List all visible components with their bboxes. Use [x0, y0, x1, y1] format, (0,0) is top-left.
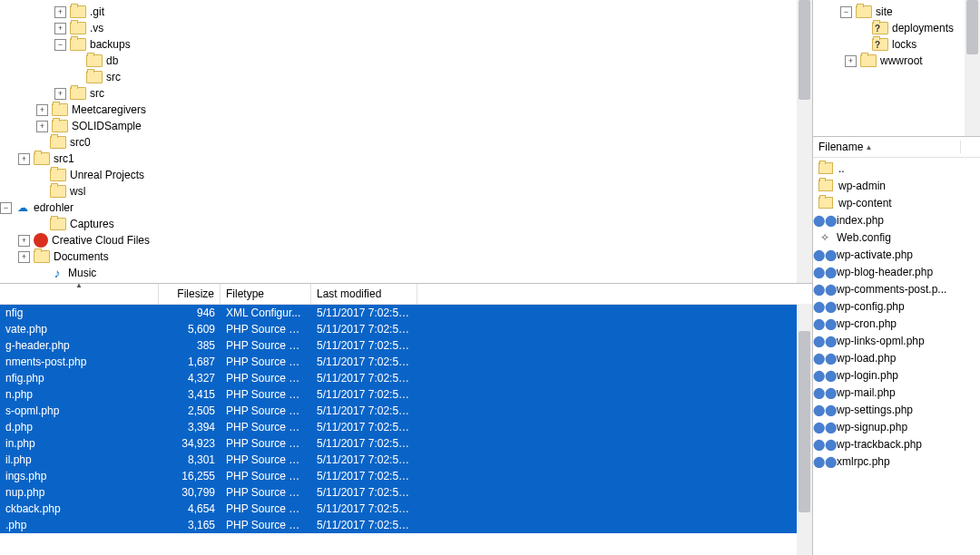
remote-file-row[interactable]: ⬤⬤wp-blog-header.php: [813, 263, 980, 280]
php-file-icon: ⬤⬤: [818, 335, 831, 347]
remote-file-row[interactable]: wp-content: [813, 194, 980, 211]
cell-lastmodified: 5/11/2017 7:02:57 ...: [311, 388, 417, 401]
cell-filetype: PHP Source File: [220, 502, 311, 515]
folder-icon: [70, 38, 86, 51]
remote-file-row[interactable]: wp-admin: [813, 177, 980, 194]
remote-file-row[interactable]: ✧Web.config: [813, 229, 980, 246]
expand-icon[interactable]: +: [18, 251, 30, 263]
expand-icon[interactable]: +: [54, 23, 66, 34]
tree-item[interactable]: +SOLIDSample: [0, 118, 812, 134]
expand-icon[interactable]: +: [18, 153, 30, 165]
file-row[interactable]: n.php3,415PHP Source File5/11/2017 7:02:…: [0, 386, 812, 403]
tree-item[interactable]: +src: [0, 85, 812, 102]
tree-item[interactable]: +wwwroot: [813, 53, 980, 69]
col-remote-filename-label: Filename: [818, 141, 863, 153]
cell-filetype: PHP Source File: [220, 486, 311, 499]
remote-file-row[interactable]: ⬤⬤wp-mail.php: [813, 384, 980, 401]
cell-filename: .php: [0, 519, 159, 531]
filelist-header[interactable]: ▲ Filesize Filetype Last modified: [0, 284, 812, 305]
col-name[interactable]: ▲: [0, 284, 159, 304]
remote-list-pane[interactable]: Filename ▲ ..wp-adminwp-content⬤⬤index.p…: [813, 137, 980, 555]
remote-file-row[interactable]: ⬤⬤wp-comments-post.p...: [813, 280, 980, 297]
tree-item[interactable]: +Documents: [0, 248, 812, 265]
filelist-scrollbar[interactable]: [797, 304, 812, 555]
remote-file-name: wp-signup.php: [837, 421, 907, 433]
collapse-icon[interactable]: −: [0, 202, 12, 214]
remote-tree-scrollbar[interactable]: [965, 0, 980, 136]
tree-item[interactable]: locks: [813, 36, 980, 53]
expand-icon[interactable]: +: [18, 235, 30, 247]
remote-file-row[interactable]: ..: [813, 160, 980, 177]
remote-file-row[interactable]: ⬤⬤wp-settings.php: [813, 401, 980, 418]
tree-item[interactable]: +Creative Cloud Files: [0, 232, 812, 248]
col-filesize[interactable]: Filesize: [159, 284, 220, 304]
tree-item[interactable]: Unreal Projects: [0, 167, 812, 183]
tree-item[interactable]: ♪Music: [0, 265, 812, 281]
tree-item[interactable]: −backups: [0, 36, 812, 53]
expand-icon[interactable]: +: [54, 88, 66, 100]
file-row[interactable]: in.php34,923PHP Source File5/11/2017 7:0…: [0, 435, 812, 452]
file-row[interactable]: nfig.php4,327PHP Source File5/11/2017 7:…: [0, 370, 812, 386]
tree-item[interactable]: src: [0, 69, 812, 85]
expand-icon[interactable]: +: [845, 55, 857, 67]
remote-file-row[interactable]: ⬤⬤wp-signup.php: [813, 418, 980, 435]
tree-item[interactable]: +src1: [0, 151, 812, 167]
remote-file-row[interactable]: ⬤⬤wp-cron.php: [813, 315, 980, 332]
local-filelist-pane[interactable]: ▲ Filesize Filetype Last modified nfig94…: [0, 283, 812, 555]
remote-file-name: wp-cron.php: [837, 317, 897, 330]
expand-icon[interactable]: +: [36, 104, 48, 116]
remote-file-row[interactable]: ⬤⬤wp-links-opml.php: [813, 332, 980, 349]
col-filetype[interactable]: Filetype: [220, 284, 311, 304]
remote-file-row[interactable]: ⬤⬤wp-login.php: [813, 366, 980, 384]
remote-file-row[interactable]: ⬤⬤wp-activate.php: [813, 246, 980, 263]
folder-icon: [70, 22, 86, 34]
tree-item-label: deployments: [892, 20, 954, 36]
cell-filename: g-header.php: [0, 339, 159, 352]
file-row[interactable]: s-opml.php2,505PHP Source File5/11/2017 …: [0, 403, 812, 419]
col-remote-filename[interactable]: Filename ▲: [813, 141, 961, 153]
expand-icon[interactable]: +: [36, 121, 48, 132]
file-row[interactable]: d.php3,394PHP Source File5/11/2017 7:02:…: [0, 419, 812, 435]
remote-file-row[interactable]: ⬤⬤index.php: [813, 211, 980, 229]
cell-filetype: PHP Source File: [220, 470, 311, 482]
col-filetype-label: Filetype: [226, 287, 264, 300]
file-row[interactable]: .php3,165PHP Source File5/11/2017 7:02:5…: [0, 517, 812, 533]
file-row[interactable]: il.php8,301PHP Source File5/11/2017 7:02…: [0, 452, 812, 468]
tree-item[interactable]: +.vs: [0, 20, 812, 36]
remote-file-row[interactable]: ⬤⬤wp-trackback.php: [813, 435, 980, 453]
col-lastmodified-label: Last modified: [317, 287, 381, 300]
tree-item[interactable]: −site: [813, 4, 980, 20]
collapse-icon[interactable]: −: [840, 6, 852, 18]
expand-icon[interactable]: +: [54, 6, 66, 18]
remote-file-row[interactable]: ⬤⬤xmlrpc.php: [813, 453, 980, 470]
file-row[interactable]: vate.php5,609PHP Source File5/11/2017 7:…: [0, 321, 812, 337]
tree-item[interactable]: wsl: [0, 183, 812, 200]
local-tree-pane[interactable]: +.git+.vs−backupsdbsrc+src+Meetcaregiver…: [0, 0, 812, 283]
file-row[interactable]: nments-post.php1,687PHP Source File5/11/…: [0, 354, 812, 370]
tree-item[interactable]: db: [0, 53, 812, 69]
local-tree-scrollbar[interactable]: [797, 0, 812, 283]
collapse-icon[interactable]: −: [54, 39, 66, 51]
cell-filename: nup.php: [0, 486, 159, 499]
remote-tree-pane[interactable]: −sitedeploymentslocks+wwwroot: [813, 0, 980, 137]
tree-item-label: src: [106, 69, 121, 85]
tree-item[interactable]: −☁edrohler: [0, 200, 812, 216]
tree-item-label: wsl: [70, 183, 85, 200]
tree-item[interactable]: Captures: [0, 216, 812, 232]
remote-list-header[interactable]: Filename ▲: [813, 137, 980, 158]
file-row[interactable]: g-header.php385PHP Source File5/11/2017 …: [0, 337, 812, 354]
col-lastmodified[interactable]: Last modified: [311, 284, 417, 304]
remote-file-name: wp-blog-header.php: [837, 266, 933, 278]
remote-file-row[interactable]: ⬤⬤wp-load.php: [813, 349, 980, 366]
file-row[interactable]: nfig946XML Configur...5/11/2017 7:02:56 …: [0, 305, 812, 321]
tree-item[interactable]: deployments: [813, 20, 980, 36]
file-row[interactable]: ings.php16,255PHP Source File5/11/2017 7…: [0, 468, 812, 484]
file-row[interactable]: ckback.php4,654PHP Source File5/11/2017 …: [0, 501, 812, 517]
file-row[interactable]: nup.php30,799PHP Source File5/11/2017 7:…: [0, 484, 812, 501]
tree-item[interactable]: +Meetcaregivers: [0, 102, 812, 118]
remote-file-row[interactable]: ⬤⬤wp-config.php: [813, 297, 980, 315]
tree-item[interactable]: src0: [0, 134, 812, 151]
php-file-icon: ⬤⬤: [818, 386, 831, 399]
tree-item[interactable]: +.git: [0, 4, 812, 20]
cell-filetype: PHP Source File: [220, 421, 311, 433]
